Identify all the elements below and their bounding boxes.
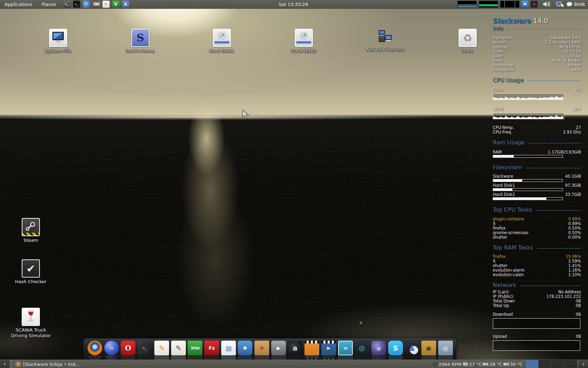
steam-icon bbox=[22, 218, 40, 236]
package-manager-dock-icon: ▣ bbox=[421, 341, 436, 355]
dock-item-filezilla[interactable]: FzFz bbox=[204, 341, 219, 360]
fan-rpm-value: 2064 RPM bbox=[439, 362, 461, 367]
desktop-icon-network[interactable]: Network Servers bbox=[363, 29, 408, 53]
dock-item-system-monitor[interactable]: ≈≈ bbox=[338, 341, 353, 360]
text-editor-launcher-icon[interactable]: ✎ bbox=[103, 1, 110, 8]
terminal-gray-launcher-icon[interactable]: >_ bbox=[63, 1, 70, 8]
dock-item-paint[interactable]: ✱✱ bbox=[254, 341, 269, 360]
red-app-tray-icon[interactable]: ✶ bbox=[531, 1, 538, 8]
conky-cpu-graph bbox=[493, 113, 564, 119]
taskbar-grip-handle[interactable] bbox=[9, 360, 13, 368]
fan-sensor: 2064 RPM bbox=[432, 361, 461, 367]
taskbar-window-button[interactable]: [Slackware Srbija • Ind... bbox=[13, 361, 82, 367]
bluefish-launcher-icon[interactable]: ✦ bbox=[83, 1, 90, 8]
taskbar-right-cluster: 2064 RPM 27 °C28 °C30 °C › bbox=[432, 360, 588, 368]
conky-section-header: CPU Usage bbox=[493, 77, 581, 83]
desktop-icon-disk[interactable]: Hard Disk2 bbox=[281, 29, 327, 54]
conky-row: RAM1.17GiB/3.93GiB bbox=[493, 150, 581, 155]
workspace-pager bbox=[525, 360, 577, 368]
panel-tray: ❖ ✶ brok bbox=[457, 0, 588, 8]
dock-item-vim[interactable]: VimVim bbox=[188, 341, 202, 360]
icon-label: System File bbox=[45, 48, 71, 54]
desktop-icon-disk[interactable]: Hard Disk1 bbox=[199, 29, 245, 54]
temperature-sensors: 27 °C28 °C30 °C bbox=[462, 361, 523, 367]
conky-title: Slackware 14.0 bbox=[493, 17, 581, 25]
seamonkey-dock-icon: ~ bbox=[104, 341, 119, 355]
conky-bar bbox=[493, 179, 563, 182]
xeyes-launcher-icon[interactable]: ʘʘ bbox=[93, 1, 100, 8]
conky-section-header: Ram Usage bbox=[493, 139, 581, 145]
dock-item-amarok[interactable]: aa bbox=[288, 341, 302, 360]
desktop-icon-steam[interactable]: Steam bbox=[8, 218, 54, 243]
gvim-launcher-icon[interactable]: V bbox=[112, 1, 119, 8]
dock-item-shutter[interactable]: ❖❖ bbox=[238, 341, 252, 360]
dock-item-google-earth[interactable]: ◉◉ bbox=[371, 341, 386, 360]
dock-item-video-player[interactable]: ▶▶ bbox=[321, 341, 336, 360]
dock-item-openshot[interactable] bbox=[304, 341, 319, 360]
home-icon: S bbox=[131, 29, 149, 47]
remote-display-icon[interactable] bbox=[556, 1, 564, 7]
conky-row: Slackware40.1GiB bbox=[493, 174, 581, 179]
paint-launcher-icon[interactable]: A bbox=[122, 1, 129, 8]
dock-item-package-manager[interactable]: ▣▣ bbox=[421, 341, 436, 360]
dock-item-terminal[interactable]: >_>_ bbox=[138, 341, 152, 360]
dock-item-media-player[interactable]: ▶▶ bbox=[271, 341, 286, 360]
conky-row: Hard Disk233.7GiB bbox=[493, 192, 581, 197]
amarok-dock-icon: a bbox=[288, 341, 302, 355]
conky-row: Hard Disk197.3GiB bbox=[493, 183, 581, 188]
places-menu[interactable]: Places bbox=[37, 0, 60, 8]
dock-item-seamonkey[interactable]: ~~ bbox=[104, 341, 119, 360]
desktop-icon-computer[interactable]: System File bbox=[35, 29, 81, 54]
terminal-dark-launcher-icon[interactable]: >_ bbox=[73, 1, 80, 8]
taskbar-scroll-left-button[interactable]: ‹ bbox=[0, 360, 9, 368]
desktop-icon-trash[interactable]: ♻Trash bbox=[445, 29, 490, 54]
conky-row: Upload0B bbox=[493, 334, 581, 339]
dock-item-media-writer[interactable]: ◎◎ bbox=[438, 341, 453, 360]
dock-item-chromium[interactable]: ◎◎ bbox=[355, 341, 369, 360]
dock-item-skype[interactable]: SS bbox=[388, 341, 403, 360]
disk-icon bbox=[213, 29, 231, 47]
dock-item-opera[interactable]: OO bbox=[121, 341, 135, 360]
notes-dock-icon: ✎ bbox=[171, 341, 186, 355]
workspace-2[interactable] bbox=[538, 360, 551, 368]
taskbar-scroll-right-button[interactable]: › bbox=[579, 360, 588, 368]
shutter-tray-icon[interactable]: ❖ bbox=[522, 1, 528, 8]
username-label: brok bbox=[574, 1, 585, 7]
desktop-icon-check[interactable]: ✔Hash Checker bbox=[8, 259, 54, 285]
icon-label: Steam bbox=[23, 238, 38, 243]
dock-item-libreoffice-writer[interactable]: ▤▤ bbox=[221, 341, 236, 360]
desktop-icon-wine[interactable]: SCANIA Truck Driving Simulator bbox=[8, 308, 54, 339]
video-player-dock-icon: ▶ bbox=[321, 341, 336, 355]
volume-icon[interactable] bbox=[542, 1, 550, 7]
taskbar: ‹ [Slackware Srbija • Ind... 2064 RPM 27… bbox=[0, 360, 588, 368]
firefox-dock-icon bbox=[88, 341, 102, 355]
icon-label: Hard Disk2 bbox=[291, 48, 316, 54]
dock: ~~OO>_>_✎✎✎✎VimVimFzFz▤▤❖❖✱✱▶▶aa▶▶≈≈◎◎◉◉… bbox=[83, 339, 456, 360]
icon-label: Network Servers bbox=[366, 47, 404, 53]
workspace-1[interactable] bbox=[525, 360, 538, 368]
user-switcher[interactable]: brok bbox=[566, 1, 585, 7]
check-icon: ✔ bbox=[22, 259, 40, 278]
dock-item-gnome-disc[interactable]: ♟♟ bbox=[405, 341, 419, 360]
applications-menu[interactable]: Applications bbox=[0, 0, 37, 8]
dock-item-notes[interactable]: ✎✎ bbox=[171, 341, 186, 360]
desktop-icon-home[interactable]: Sbrok's Home bbox=[118, 29, 163, 54]
trash-icon: ♻ bbox=[458, 29, 477, 47]
conky-section-header: Top RAM Tasks bbox=[493, 245, 581, 251]
conky-section-header: Top CPU Tasks bbox=[493, 207, 581, 213]
disk-temp-sensor: 30 °C bbox=[503, 361, 523, 367]
temperature-value: 27 °C bbox=[469, 362, 482, 367]
workspace-4[interactable] bbox=[564, 360, 577, 368]
panel-launchers: >_>_✦ʘʘ✎VA bbox=[63, 1, 129, 8]
desktop-screen: Applications Places >_>_✦ʘʘ✎VA Sat 13:33… bbox=[0, 0, 588, 368]
leafpad-dock-icon: ✎ bbox=[154, 341, 169, 355]
conky-row: evolution-calen1.10% bbox=[493, 273, 581, 277]
conky-row: CPU212% bbox=[493, 107, 581, 111]
top-panel: Applications Places >_>_✦ʘʘ✎VA Sat 13:33… bbox=[0, 0, 588, 9]
dock-item-firefox[interactable] bbox=[88, 341, 102, 360]
clock-applet[interactable]: Sat 13:33:29 bbox=[265, 0, 321, 8]
workspace-3[interactable] bbox=[551, 360, 564, 368]
dock-item-leafpad[interactable]: ✎✎ bbox=[154, 341, 169, 360]
conky-bar bbox=[493, 155, 563, 158]
network-icon bbox=[377, 29, 394, 46]
